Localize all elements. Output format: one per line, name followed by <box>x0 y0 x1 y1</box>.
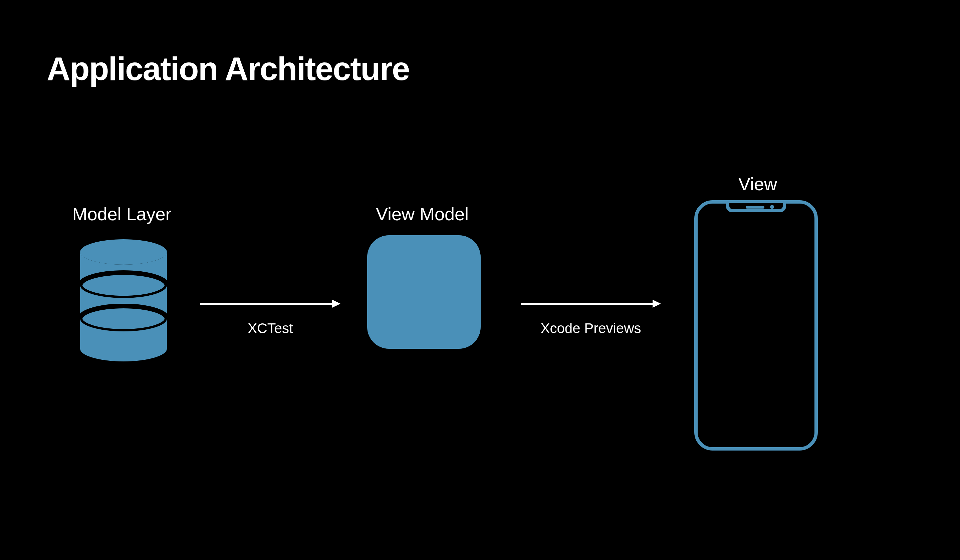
database-icon <box>78 238 168 362</box>
svg-point-0 <box>80 239 167 265</box>
svg-marker-4 <box>332 300 341 308</box>
svg-marker-6 <box>653 300 661 308</box>
slide-title: Application Architecture <box>47 50 409 88</box>
arrow-label-xcode-previews: Xcode Previews <box>511 320 671 336</box>
view-model-label: View Model <box>365 203 479 224</box>
architecture-diagram: Model Layer View Model View XCTest <box>0 174 960 474</box>
view-label: View <box>724 174 791 194</box>
arrow-label-xctest: XCTest <box>200 320 341 336</box>
phone-icon <box>694 200 818 451</box>
view-model-icon <box>367 235 481 349</box>
arrow-model-to-viewmodel <box>200 297 341 310</box>
arrow-viewmodel-to-view <box>521 297 661 310</box>
model-layer-label: Model Layer <box>65 203 179 224</box>
